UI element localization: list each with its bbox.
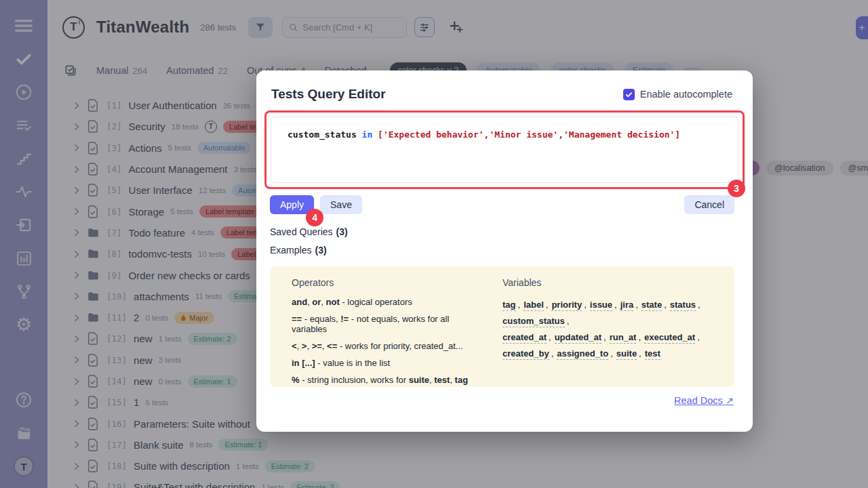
- read-docs-label: Read Docs: [674, 395, 723, 406]
- variable-chip: issue,: [590, 300, 620, 310]
- tests-query-editor-modal: Tests Query Editor Enable autocomplete c…: [256, 70, 753, 432]
- variable-chip: priority,: [551, 300, 589, 310]
- checkbox-checked-icon[interactable]: [623, 89, 635, 100]
- external-link-icon: ↗: [726, 395, 734, 406]
- annotation-step-4: 4: [306, 209, 323, 226]
- variable-chip: run_at,: [610, 332, 644, 342]
- saved-queries-count: (3): [336, 226, 348, 237]
- query-editor-input[interactable]: custom_status in ['Expected behavior','M…: [271, 117, 738, 183]
- operator-row: == - equals, != - not equals, works for …: [292, 314, 485, 334]
- apply-label: Apply: [280, 199, 304, 210]
- variable-chip: assigned_to,: [557, 348, 616, 359]
- variable-chip: custom_status,: [502, 316, 572, 326]
- variable-chip: test: [645, 348, 666, 359]
- save-button[interactable]: Save: [320, 195, 362, 214]
- apply-button[interactable]: Apply 4: [270, 195, 314, 214]
- operators-heading: Operators: [292, 277, 485, 288]
- query-variable: custom_status: [288, 129, 357, 140]
- variable-chip: tag,: [502, 300, 524, 310]
- variable-chip: state,: [642, 300, 670, 310]
- autocomplete-toggle[interactable]: Enable autocomplete: [623, 89, 732, 100]
- variable-chip: status,: [670, 300, 704, 310]
- read-docs-link[interactable]: Read Docs ↗: [674, 395, 734, 406]
- examples-count: (3): [315, 245, 326, 256]
- operator-row: in [...] - value is in the list: [292, 358, 485, 368]
- query-value: ['Expected behavior','Minor issue','Mana…: [378, 129, 680, 140]
- variable-chip: updated_at,: [555, 332, 610, 342]
- variables-heading: Variables: [502, 277, 713, 288]
- variable-chip: created_at,: [502, 332, 555, 342]
- operator-row: <, >, >=, <= - works for priority, creat…: [292, 341, 485, 351]
- variable-chip: suite,: [616, 348, 645, 359]
- annotation-step-3: 3: [728, 180, 745, 197]
- annotation-highlight-box: custom_status in ['Expected behavior','M…: [264, 110, 745, 189]
- variable-chip: created_by,: [502, 348, 557, 359]
- query-keyword: in: [357, 129, 378, 140]
- operator-row: and, or, not - logical operators: [292, 297, 485, 307]
- operators-list: and, or, not - logical operators== - equ…: [292, 297, 485, 385]
- variable-chip: jira,: [620, 300, 642, 310]
- autocomplete-label: Enable autocomplete: [640, 89, 732, 100]
- variable-chip: executed_at,: [644, 332, 703, 342]
- variable-chip: label,: [524, 300, 551, 310]
- cancel-button[interactable]: Cancel: [684, 195, 734, 214]
- query-help-panel: Operators and, or, not - logical operato…: [270, 266, 734, 387]
- saved-queries-label: Saved Queries: [270, 226, 333, 237]
- examples-label: Examples: [270, 245, 311, 256]
- variables-list: tag,label,priority,issue,jira,state,stat…: [502, 297, 713, 362]
- saved-queries-toggle[interactable]: Saved Queries(3): [270, 226, 753, 237]
- modal-title: Tests Query Editor: [271, 87, 386, 102]
- examples-toggle[interactable]: Examples(3): [270, 245, 753, 256]
- operator-row: % - string inclusion, works for suite, t…: [292, 375, 485, 385]
